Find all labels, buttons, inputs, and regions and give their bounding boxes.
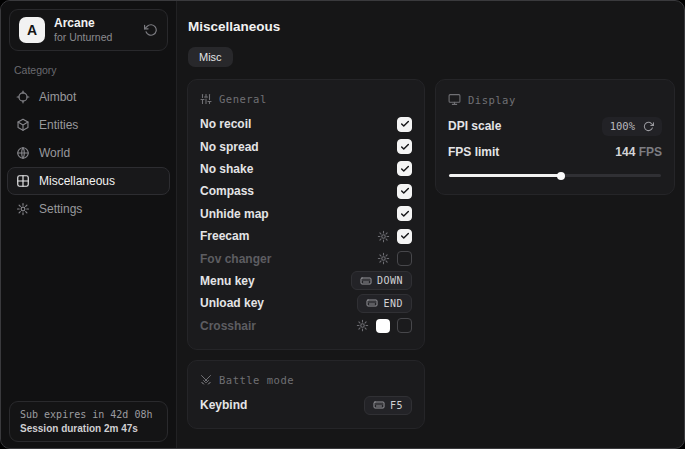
- setting-label: Compass: [200, 184, 254, 198]
- key-label: F5: [390, 400, 403, 411]
- display-panel-title: Display: [468, 94, 516, 106]
- refresh-icon[interactable]: [144, 23, 158, 37]
- sidebar-item-aimbot[interactable]: Aimbot: [7, 83, 170, 111]
- sidebar-item-label: World: [39, 146, 70, 160]
- monitor-icon: [448, 93, 461, 106]
- unload-key-binding[interactable]: END: [357, 294, 412, 313]
- general-panel-title: General: [219, 93, 267, 105]
- brand-card: A Arcane for Unturned: [9, 9, 168, 51]
- setting-label: Unhide map: [200, 207, 269, 221]
- brand-name: Arcane: [54, 16, 112, 31]
- sidebar-nav: Aimbot Entities World Miscellaneous: [1, 83, 176, 223]
- setting-label: No recoil: [200, 117, 251, 131]
- fps-limit-slider[interactable]: [449, 170, 661, 180]
- sidebar-item-label: Entities: [39, 118, 78, 132]
- setting-label: Unload key: [200, 296, 264, 310]
- refresh-icon[interactable]: [643, 121, 654, 132]
- freecam-checkbox[interactable]: [397, 229, 412, 244]
- no-spread-checkbox[interactable]: [397, 139, 412, 154]
- sidebar-item-world[interactable]: World: [7, 139, 170, 167]
- setting-row-fov-changer: Fov changer: [200, 247, 412, 269]
- sidebar-item-settings[interactable]: Settings: [7, 195, 170, 223]
- fov-changer-settings-gear-icon[interactable]: [377, 252, 390, 265]
- subscription-info: Sub expires in 42d 08h Session duration …: [9, 401, 168, 442]
- keyboard-icon: [373, 399, 385, 411]
- battle-mode-panel-title: Battle mode: [219, 374, 294, 386]
- brand-logo: A: [19, 17, 45, 43]
- session-duration-text: Session duration 2m 47s: [20, 423, 157, 434]
- setting-row-keybind: Keybind F5: [200, 394, 412, 416]
- sub-expires-text: Sub expires in 42d 08h: [20, 409, 157, 420]
- page-title: Miscellaneous: [188, 19, 675, 34]
- general-panel: General No recoil No spread: [187, 79, 425, 350]
- setting-row-compass: Compass: [200, 180, 412, 202]
- tab-misc[interactable]: Misc: [188, 47, 233, 67]
- display-panel: Display DPI scale 100% FPS limit 144: [435, 79, 675, 195]
- setting-row-no-shake: No shake: [200, 158, 412, 180]
- crosshair-checkbox[interactable]: [397, 318, 412, 333]
- dpi-scale-control[interactable]: 100%: [602, 117, 662, 136]
- setting-label: Crosshair: [200, 319, 256, 333]
- sidebar-item-miscellaneous[interactable]: Miscellaneous: [7, 167, 170, 195]
- fov-changer-checkbox[interactable]: [397, 251, 412, 266]
- gear-icon: [16, 202, 30, 216]
- slider-thumb[interactable]: [557, 172, 565, 180]
- sidebar-item-label: Settings: [39, 202, 82, 216]
- column-right: Display DPI scale 100% FPS limit 144: [435, 79, 675, 195]
- key-label: END: [383, 298, 403, 309]
- general-panel-header: General: [200, 93, 412, 105]
- setting-row-unhide-map: Unhide map: [200, 203, 412, 225]
- sidebar-item-label: Aimbot: [39, 90, 76, 104]
- setting-label: Freecam: [200, 229, 249, 243]
- setting-row-fps-limit: FPS limit 144 FPS: [448, 140, 662, 164]
- crosshair-color-swatch[interactable]: [376, 319, 390, 333]
- compass-checkbox[interactable]: [397, 184, 412, 199]
- slider-fill: [449, 174, 561, 177]
- entities-cube-icon: [16, 118, 30, 132]
- column-left: General No recoil No spread: [187, 79, 425, 429]
- content: General No recoil No spread: [187, 79, 675, 429]
- brand-text: Arcane for Unturned: [54, 16, 112, 44]
- crosshair-icon: [16, 90, 30, 104]
- keyboard-icon: [366, 297, 378, 309]
- setting-row-freecam: Freecam: [200, 225, 412, 247]
- setting-row-dpi-scale: DPI scale 100%: [448, 114, 662, 138]
- setting-label: No spread: [200, 140, 259, 154]
- battle-keybind-binding[interactable]: F5: [364, 396, 412, 415]
- keyboard-icon: [360, 275, 372, 287]
- crosshair-settings-gear-icon[interactable]: [356, 319, 369, 332]
- grid-icon: [16, 174, 30, 188]
- no-shake-checkbox[interactable]: [397, 161, 412, 176]
- main-area: Miscellaneous Misc General No recoil: [177, 1, 685, 448]
- setting-label: FPS limit: [448, 145, 499, 159]
- setting-row-menu-key: Menu key DOWN: [200, 270, 412, 292]
- setting-label: No shake: [200, 162, 253, 176]
- setting-label: Fov changer: [200, 252, 271, 266]
- setting-row-unload-key: Unload key END: [200, 292, 412, 314]
- brand-subtitle: for Unturned: [54, 31, 112, 44]
- setting-label: Menu key: [200, 274, 255, 288]
- sliders-icon: [200, 93, 212, 105]
- no-recoil-checkbox[interactable]: [397, 117, 412, 132]
- setting-row-no-spread: No spread: [200, 135, 412, 157]
- display-panel-header: Display: [448, 93, 662, 106]
- app-window: A Arcane for Unturned Category Aimbot: [0, 0, 685, 449]
- swords-icon: [200, 374, 212, 386]
- unhide-map-checkbox[interactable]: [397, 206, 412, 221]
- fps-limit-value: 144 FPS: [615, 145, 662, 159]
- battle-mode-panel-header: Battle mode: [200, 374, 412, 386]
- battle-mode-panel: Battle mode Keybind F5: [187, 360, 425, 429]
- setting-label: DPI scale: [448, 119, 501, 133]
- freecam-settings-gear-icon[interactable]: [377, 230, 390, 243]
- globe-icon: [16, 146, 30, 160]
- dpi-scale-value: 100%: [610, 120, 635, 132]
- sidebar-item-entities[interactable]: Entities: [7, 111, 170, 139]
- setting-row-crosshair: Crosshair: [200, 315, 412, 337]
- sidebar-item-label: Miscellaneous: [39, 174, 115, 188]
- sidebar: A Arcane for Unturned Category Aimbot: [1, 1, 177, 448]
- menu-key-binding[interactable]: DOWN: [351, 271, 412, 290]
- category-label: Category: [14, 64, 163, 76]
- setting-label: Keybind: [200, 398, 247, 412]
- setting-row-no-recoil: No recoil: [200, 113, 412, 135]
- key-label: DOWN: [377, 275, 403, 286]
